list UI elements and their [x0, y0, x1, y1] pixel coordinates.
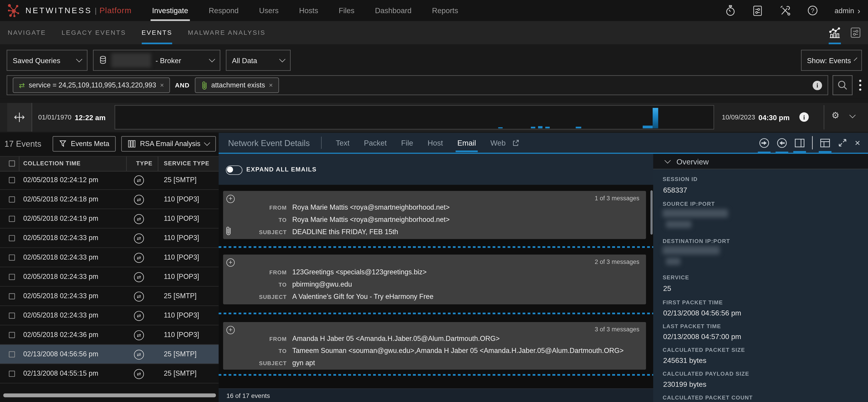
from-value: Roya Marie Mattis <roya@smartneighborhoo… — [292, 204, 638, 211]
to-label: TO — [223, 281, 287, 288]
row-checkbox[interactable] — [9, 332, 15, 338]
filter-pill-service[interactable]: ⇄ service = 24,25,109,110,995,143,220,99… — [13, 77, 170, 93]
expand-email-icon[interactable]: + — [226, 259, 235, 267]
expand-email-icon[interactable]: + — [226, 195, 235, 203]
tab-events[interactable]: EVENTS — [142, 21, 173, 44]
event-row[interactable]: 02/05/2018 02:24:33 pm ⇄ 110 [POP3] — [0, 248, 219, 267]
col-collection-time[interactable]: COLLECTION TIME — [23, 160, 81, 166]
expand-panel-icon[interactable] — [838, 138, 847, 148]
remove-filter-icon[interactable]: × — [269, 81, 273, 89]
user-menu[interactable]: admin › — [835, 6, 860, 15]
column-set-dropdown[interactable]: RSA Email Analysis — [121, 136, 216, 152]
service-type: 25 [SMTP] — [164, 370, 196, 377]
expand-email-icon[interactable]: + — [226, 326, 235, 334]
row-checkbox[interactable] — [9, 216, 15, 222]
search-icon — [837, 80, 848, 91]
tab-malware-analysis[interactable]: MALWARE ANALYSIS — [188, 21, 266, 44]
overview-header[interactable]: Overview — [653, 154, 868, 169]
event-analysis-chart-icon[interactable] — [829, 21, 841, 44]
details-tab-packet[interactable]: Packet — [364, 132, 387, 153]
columns-icon — [128, 140, 136, 147]
timeline-collapse-chevron-icon[interactable] — [849, 112, 856, 118]
event-row[interactable]: 02/05/2018 02:24:36 pm ⇄ 110 [POP3] — [0, 325, 219, 344]
event-row[interactable]: 02/05/2018 02:24:33 pm ⇄ 25 [SMTP] — [0, 287, 219, 306]
event-row-selected[interactable]: 02/13/2008 04:56:56 pm ⇄ 25 [SMTP] — [0, 345, 219, 364]
row-checkbox[interactable] — [9, 351, 15, 358]
nav-investigate[interactable]: Investigate — [150, 0, 190, 21]
email-card[interactable]: + 1 of 3 messages FROM Roya Marie Mattis… — [223, 191, 646, 239]
email-separator — [219, 246, 653, 248]
nav-files[interactable]: Files — [337, 0, 356, 21]
col-type[interactable]: TYPE — [136, 160, 152, 166]
event-row[interactable]: 02/13/2008 04:55:15 pm ⇄ 25 [SMTP] — [0, 364, 219, 383]
filter-pill-attachment[interactable]: attachment exists × — [194, 77, 279, 93]
email-card[interactable]: + 3 of 3 messages FROM Amanda H Jaber 05… — [223, 322, 646, 370]
timeline-info-icon[interactable]: i — [799, 112, 809, 122]
details-tab-email[interactable]: Email — [457, 132, 476, 153]
saved-queries-dropdown[interactable]: Saved Queries — [7, 50, 88, 71]
field-value: 02/13/2008 04:57:00 pm — [663, 333, 741, 341]
details-tab-host[interactable]: Host — [428, 132, 443, 153]
events-shown-count: 16 of 17 events — [226, 392, 270, 399]
event-details-panel: Network Event Details Text Packet File H… — [219, 133, 868, 402]
row-checkbox[interactable] — [9, 177, 15, 183]
timeline-chart[interactable] — [115, 105, 714, 130]
expand-all-toggle[interactable] — [226, 165, 243, 175]
service-dropdown[interactable]: - Broker — [93, 50, 220, 71]
time-range-dropdown[interactable]: All Data — [226, 50, 290, 71]
email-vertical-scrollbar[interactable] — [651, 190, 653, 235]
row-checkbox[interactable] — [9, 255, 15, 261]
row-checkbox[interactable] — [9, 371, 15, 377]
event-row[interactable]: 02/05/2018 02:24:12 pm ⇄ 25 [SMTP] — [0, 170, 219, 190]
nav-hosts[interactable]: Hosts — [298, 0, 320, 21]
col-service-type[interactable]: SERVICE TYPE — [164, 160, 209, 166]
event-row[interactable]: 02/05/2018 02:24:33 pm ⇄ 110 [POP3] — [0, 306, 219, 325]
help-icon[interactable]: ? — [807, 5, 818, 16]
service-type: 25 [SMTP] — [164, 350, 196, 358]
jobs-panel-icon[interactable] — [752, 5, 763, 16]
query-filter-input[interactable]: ⇄ service = 24,25,109,110,995,143,220,99… — [7, 75, 828, 95]
show-events-dropdown[interactable]: Show: Events — [801, 50, 862, 71]
tab-legacy-events[interactable]: LEGACY EVENTS — [62, 21, 126, 44]
event-row[interactable]: 02/05/2018 02:24:19 pm ⇄ 110 [POP3] — [0, 209, 219, 229]
timeline-settings-gear-icon[interactable]: ⚙ — [831, 111, 839, 120]
previous-event-icon[interactable] — [777, 137, 787, 148]
side-panel-icon[interactable] — [795, 138, 805, 147]
more-options-kebab-icon[interactable] — [859, 75, 861, 95]
row-checkbox[interactable] — [9, 293, 15, 299]
email-card[interactable]: + 2 of 3 messages FROM 123Greetings <spe… — [223, 255, 646, 304]
select-all-checkbox[interactable] — [9, 161, 15, 167]
network-session-icon: ⇄ — [134, 272, 144, 282]
nav-respond[interactable]: Respond — [207, 0, 240, 21]
event-row[interactable]: 02/05/2018 02:24:33 pm ⇄ 110 [POP3] — [0, 229, 219, 248]
event-row[interactable]: 02/05/2018 02:24:18 pm ⇄ 110 [POP3] — [0, 190, 219, 209]
event-row[interactable]: 02/05/2018 02:24:33 pm ⇄ 110 [POP3] — [0, 267, 219, 287]
next-event-icon[interactable] — [759, 137, 769, 148]
search-button[interactable] — [833, 75, 852, 95]
from-value: 123Greetings <specials@123greetings.biz> — [292, 268, 638, 276]
row-checkbox[interactable] — [9, 312, 15, 319]
events-meta-button[interactable]: Events Meta — [53, 136, 116, 152]
query-info-icon[interactable]: i — [812, 80, 822, 90]
close-panel-icon[interactable]: × — [855, 138, 860, 147]
row-checkbox[interactable] — [9, 235, 15, 241]
remove-filter-icon[interactable]: × — [160, 81, 164, 89]
collection-time: 02/13/2008 04:55:15 pm — [23, 370, 98, 377]
row-checkbox[interactable] — [9, 274, 15, 280]
horizontal-scrollbar[interactable] — [3, 393, 216, 397]
tab-navigate[interactable]: NAVIGATE — [8, 21, 46, 44]
details-tab-file[interactable]: File — [401, 132, 413, 153]
details-tab-text[interactable]: Text — [336, 132, 349, 153]
column-settings-icon[interactable] — [850, 21, 861, 44]
netwitness-logo-icon — [7, 3, 21, 18]
email-view: EXPAND ALL EMAILS + 1 of 3 messages FROM… — [219, 154, 653, 402]
stopwatch-icon[interactable] — [725, 5, 735, 16]
nav-dashboard[interactable]: Dashboard — [373, 0, 413, 21]
timeline-resize-handle[interactable] — [7, 103, 32, 132]
details-tab-web[interactable]: Web — [490, 132, 520, 153]
layout-icon[interactable] — [820, 138, 830, 147]
nav-reports[interactable]: Reports — [430, 0, 460, 21]
tools-icon[interactable] — [779, 5, 790, 16]
row-checkbox[interactable] — [9, 197, 15, 203]
nav-users[interactable]: Users — [257, 0, 280, 21]
